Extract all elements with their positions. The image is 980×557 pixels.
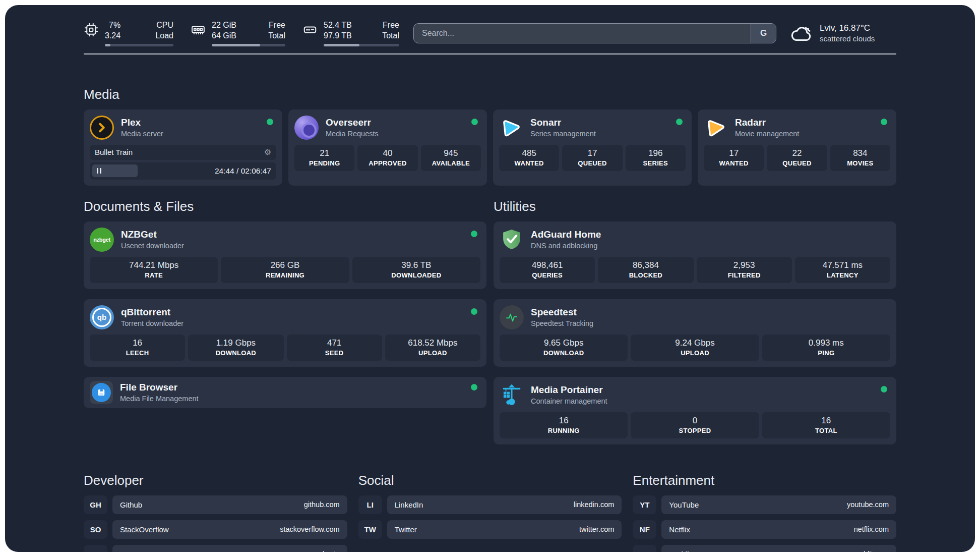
section-documents: Documents & Files nzbget NZBGet Usenet d…: [84, 199, 486, 408]
app-name: Media Portainer: [531, 384, 874, 396]
player-row: 24:44 / 02:06:47: [90, 162, 276, 180]
stat-tile: 40APPROVED: [357, 145, 417, 171]
app-subtitle: Container management: [531, 397, 874, 405]
weather-widget[interactable]: Lviv, 16.87°C scattered clouds: [790, 23, 896, 43]
ram-icon: [191, 22, 206, 37]
app-card-sonarr[interactable]: Sonarr Series management 485WANTED 17QUE…: [493, 109, 692, 186]
stat-tile: 17WANTED: [704, 145, 764, 171]
disk-total-label: Total: [382, 31, 399, 41]
filebrowser-icon: [90, 381, 113, 404]
link-row-dev: DT DEVdev.to: [84, 545, 347, 552]
link-row-stackoverflow: SO StackOverflowstackoverflow.com: [84, 520, 347, 539]
ram-progress-bar: [212, 44, 285, 46]
link-row-linkedin: LI LinkedInlinkedin.com: [358, 495, 622, 514]
dashboard-panel: 7% 3.24 CPU Load: [5, 5, 975, 552]
link-github[interactable]: Githubgithub.com: [112, 495, 347, 514]
status-dot: [471, 308, 477, 315]
ram-free-value: 22 GiB: [212, 20, 236, 31]
search-engine-button[interactable]: G: [751, 24, 776, 43]
stat-tile: 471SEED: [287, 335, 382, 361]
pause-icon: [97, 168, 98, 174]
app-card-adguard[interactable]: AdGuard Home DNS and adblocking 498,461Q…: [494, 221, 896, 289]
app-card-qbittorrent[interactable]: qb qBittorrent Torrent downloader 16LEEC…: [84, 299, 486, 367]
link-linkedin[interactable]: LinkedInlinkedin.com: [387, 495, 622, 514]
cloud-icon: [790, 25, 813, 42]
app-card-plex[interactable]: Plex Media server Bullet Train ⚙ 24:44 /…: [84, 109, 282, 186]
app-card-portainer[interactable]: Media Portainer Container management 16R…: [494, 377, 896, 444]
stat-tile: 196SERIES: [626, 145, 686, 171]
search-bar: G: [413, 23, 776, 43]
status-dot: [267, 119, 273, 125]
app-subtitle: Speedtest Tracking: [531, 319, 890, 327]
section-title-documents: Documents & Files: [84, 199, 486, 214]
section-media: Media Plex Media server: [84, 87, 896, 186]
section-title-utilities: Utilities: [494, 199, 896, 214]
link-badge: SO: [84, 520, 107, 539]
cpu-stat: 7% 3.24 CPU Load: [84, 20, 173, 46]
stat-tile: 834MOVIES: [830, 145, 890, 171]
section-utilities: Utilities AdGuard Home: [494, 199, 896, 444]
link-badge: LI: [358, 495, 382, 514]
link-reddit[interactable]: Redditreddit.com: [661, 545, 896, 552]
disk-free-label: Free: [382, 20, 399, 31]
section-title-social: Social: [358, 473, 622, 488]
pause-button[interactable]: [92, 164, 138, 177]
now-playing-row: Bullet Train ⚙: [90, 145, 276, 160]
app-subtitle: Usenet downloader: [121, 242, 464, 250]
gear-icon[interactable]: ⚙: [264, 148, 271, 156]
stat-tile: 744.21 MbpsRATE: [90, 257, 218, 283]
ram-free-label: Free: [268, 20, 285, 31]
stat-tile: 17QUEUED: [562, 145, 622, 171]
now-playing-title: Bullet Train: [95, 148, 264, 156]
stat-tile: 9.65 GbpsDOWNLOAD: [500, 335, 628, 361]
stat-tile: 498,461QUERIES: [500, 257, 595, 283]
status-dot: [471, 384, 477, 391]
stat-tile: 16TOTAL: [762, 412, 890, 438]
status-dot: [471, 119, 478, 125]
app-name: Overseerr: [326, 117, 464, 128]
cpu-usage-value: 7%: [105, 20, 120, 31]
app-card-filebrowser[interactable]: File Browser Media File Management: [84, 377, 486, 408]
link-badge: NF: [633, 520, 656, 539]
ram-total-label: Total: [268, 31, 285, 41]
disk-total-value: 97.9 TB: [324, 31, 352, 41]
sonarr-icon: [499, 116, 523, 140]
cpu-icon: [84, 22, 99, 37]
disk-icon: [302, 22, 318, 37]
app-name: Plex: [121, 117, 260, 128]
link-twitter[interactable]: Twittertwitter.com: [387, 520, 622, 539]
radarr-icon: [704, 116, 728, 140]
stat-tile: 1.19 GbpsDOWNLOAD: [188, 335, 283, 361]
app-name: qBittorrent: [121, 307, 464, 318]
link-row-github: GH Githubgithub.com: [84, 495, 347, 514]
section-title-developer: Developer: [84, 473, 347, 488]
stat-tile: 47.571 msLATENCY: [795, 257, 890, 283]
section-entertainment: Entertainment YT YouTubeyoutube.com NF N…: [633, 473, 896, 552]
overseerr-icon: [294, 116, 319, 140]
adguard-icon: [500, 228, 524, 252]
link-netflix[interactable]: Netflixnetflix.com: [661, 520, 896, 539]
ram-total-value: 64 GiB: [212, 31, 236, 41]
link-dev[interactable]: DEVdev.to: [112, 545, 347, 552]
app-name: Speedtest: [531, 307, 890, 318]
disk-stat: 52.4 TB 97.9 TB Free Total: [302, 20, 399, 46]
app-subtitle: Media Requests: [326, 130, 464, 138]
app-card-overseerr[interactable]: Overseerr Media Requests 21PENDING 40APP…: [288, 109, 487, 186]
app-card-speedtest[interactable]: Speedtest Speedtest Tracking 9.65 GbpsDO…: [494, 299, 896, 367]
cpu-load-value: 3.24: [105, 31, 120, 41]
cpu-usage-label: CPU: [155, 20, 173, 31]
status-dot: [881, 119, 887, 125]
link-youtube[interactable]: YouTubeyoutube.com: [661, 495, 896, 514]
app-card-radarr[interactable]: Radarr Movie management 17WANTED 22QUEUE…: [698, 109, 896, 186]
app-subtitle: Series management: [530, 130, 669, 138]
app-card-nzbget[interactable]: nzbget NZBGet Usenet downloader 744.21 M…: [84, 221, 486, 289]
header-divider: [84, 53, 896, 54]
search-input[interactable]: [414, 24, 751, 43]
cpu-load-label: Load: [155, 31, 173, 41]
link-row-youtube: YT YouTubeyoutube.com: [633, 495, 896, 514]
stat-tile: 16RUNNING: [500, 412, 628, 438]
weather-condition: scattered clouds: [820, 34, 875, 43]
link-stackoverflow[interactable]: StackOverflowstackoverflow.com: [112, 520, 347, 539]
app-subtitle: Media File Management: [120, 395, 464, 403]
section-social: Social LI LinkedInlinkedin.com TW Twitte…: [358, 473, 622, 545]
